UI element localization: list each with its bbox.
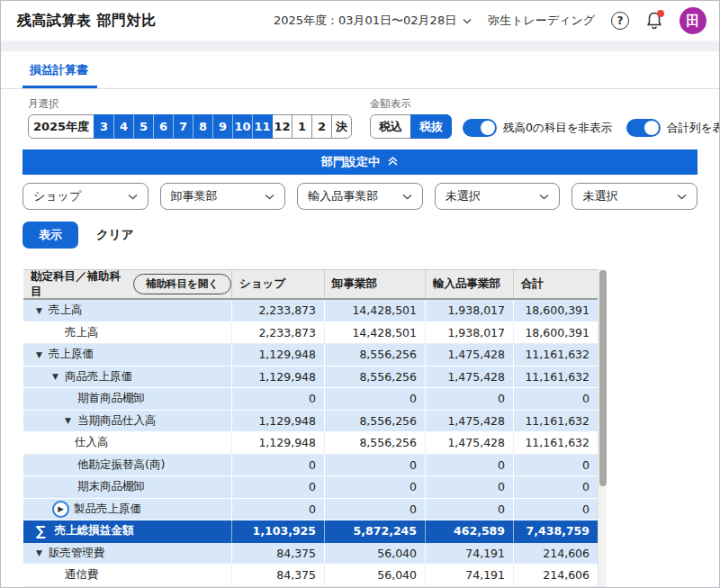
top-bar: 残高試算表 部門対比 2025年度：03月01日〜02月28日 弥生トレーディン… [1,1,719,41]
notification-dot [657,10,664,17]
month-button[interactable]: 8 [193,114,213,139]
column-header-import: 輸入品事業部 [426,270,514,298]
account-label: 販売管理費 [49,546,105,561]
amount-cell: 0 [514,499,598,521]
show-total-column-toggle[interactable]: 合計列を表示 [626,119,720,137]
company-name: 弥生トレーディング [488,13,595,29]
amount-cell: 462,589 [426,520,514,543]
filter-controls: 月選択 2025年度 345678910111212決 金額表示 税込 税抜 残… [1,89,719,139]
chevron-down-icon [128,194,138,200]
month-button[interactable]: 4 [113,114,134,139]
table-row[interactable]: ▼売上高2,233,87314,428,5011,938,01718,600,3… [23,300,598,322]
tab-profit-loss[interactable]: 損益計算書 [22,51,97,88]
amount-cell: 1,938,017 [426,300,514,322]
toggle-switch-icon[interactable] [626,119,661,137]
table-row[interactable]: ∑売上総損益金額1,103,9255,872,245462,5897,438,7… [23,520,598,543]
collapse-triangle-icon[interactable]: ▼ [52,372,58,381]
table-row[interactable]: 他勘定振替高(商)0000 [23,455,598,477]
hide-zero-balance-toggle[interactable]: 残高0の科目を非表示 [463,119,612,137]
amount-cell: 14,428,501 [325,322,426,345]
account-column-header: 勘定科目／補助科目 補助科目を開く [23,270,232,298]
amount-cell: 0 [514,476,598,499]
fiscal-period-selector[interactable]: 2025年度：03月01日〜02月28日 [274,13,472,29]
account-label: 売上総損益金額 [55,523,134,538]
vertical-scrollbar[interactable] [598,269,607,588]
chevron-down-icon [265,194,274,200]
clear-button[interactable]: クリア [96,227,133,243]
amount-cell: 214,606 [514,565,598,587]
table-row[interactable]: 期首商品棚卸0000 [23,388,598,411]
amount-cell: 0 [232,455,325,477]
amount-cell: 1,129,948 [232,366,325,389]
month-select-block: 月選択 2025年度 345678910111212決 [28,97,352,139]
month-button[interactable]: 11 [252,114,273,139]
amount-cell: 8,556,256 [325,344,426,366]
amount-cell: 74,191 [426,543,514,565]
month-button[interactable]: 9 [212,114,233,139]
amount-cell: 0 [426,388,514,411]
month-button[interactable]: 6 [153,114,174,139]
amount-cell: 214,606 [514,543,598,565]
account-label: 売上高 [65,325,99,340]
amount-cell: 8,556,256 [325,411,426,433]
amount-cell: 0 [325,476,426,499]
collapse-triangle-icon[interactable]: ▼ [36,350,42,359]
help-icon[interactable]: ? [611,12,629,30]
avatar[interactable]: 田 [680,7,706,34]
collapse-triangle-icon[interactable]: ▼ [36,548,42,557]
table-row[interactable]: ▶製品売上原価0000 [23,499,598,521]
table-row[interactable]: ▼販売管理費84,37556,04074,191214,606 [23,543,598,565]
table-body: ▼売上高2,233,87314,428,5011,938,01718,600,3… [23,300,598,587]
department-select-5[interactable]: 未選択 [572,183,698,210]
department-select-2[interactable]: 卸事業部 [160,183,286,210]
tabs-row: 損益計算書 [1,51,719,89]
account-label: 売上原価 [49,347,94,362]
chevron-down-icon [402,194,412,200]
department-select-3[interactable]: 輸入品事業部 [297,183,423,210]
table-row[interactable]: 売上高2,233,87314,428,5011,938,01718,600,39… [23,322,598,345]
collapse-triangle-icon[interactable]: ▼ [36,306,42,315]
amount-cell: 1,475,428 [426,344,514,366]
open-sub-accounts-button[interactable]: 補助科目を開く [133,274,231,294]
table-row[interactable]: 仕入高1,129,9488,556,2561,475,42811,161,632 [23,432,598,455]
month-button[interactable]: 3 [94,114,114,139]
month-button[interactable]: 7 [173,114,194,139]
table-row[interactable]: ▼商品売上原価1,129,9488,556,2561,475,42811,161… [23,366,598,389]
amount-cell: 11,161,632 [514,432,598,455]
expand-triangle-focused-icon[interactable]: ▶ [52,501,69,518]
collapse-double-chevron-up-icon [387,156,399,169]
collapse-triangle-icon[interactable]: ▼ [65,416,71,425]
amount-cell: 18,600,391 [514,322,598,345]
department-select-1[interactable]: ショップ [22,183,148,210]
amount-cell: 14,428,501 [325,300,426,322]
amount-cell: 1,129,948 [232,411,325,433]
month-button[interactable]: 10 [232,114,253,139]
page-band [1,41,719,51]
month-button[interactable]: 5 [133,114,154,139]
month-button[interactable]: 12 [272,114,292,139]
table-row[interactable]: 期末商品棚卸0000 [23,476,598,499]
amount-cell: 0 [232,476,325,499]
account-label: 売上高 [49,303,83,318]
table-row[interactable]: 通信費84,37556,04074,191214,606 [23,565,598,587]
toggle-group: 残高0の科目を非表示 合計列を表示 [463,119,720,137]
tax-included-button[interactable]: 税込 [370,114,411,139]
amount-cell: 2,233,873 [232,322,325,345]
month-button[interactable]: 決 [331,114,352,139]
table-row[interactable]: ▼売上原価1,129,9488,556,2561,475,42811,161,6… [23,344,598,366]
department-settings-bar[interactable]: 部門設定中 [22,149,698,175]
amount-cell: 2,233,873 [232,300,325,322]
amount-cell: 1,938,017 [426,322,514,345]
fiscal-year-button[interactable]: 2025年度 [28,114,94,139]
table-row[interactable]: ▼当期商品仕入高1,129,9488,556,2561,475,42811,16… [23,411,598,433]
tax-excluded-button[interactable]: 税抜 [410,114,452,139]
scrollbar-thumb[interactable] [599,270,607,486]
month-button[interactable]: 2 [311,114,332,139]
department-select-4[interactable]: 未選択 [435,183,561,210]
toggle-switch-icon[interactable] [463,119,497,137]
amount-cell: 1,103,925 [232,520,325,543]
notification-bell-icon[interactable] [645,11,663,31]
show-button[interactable]: 表示 [22,222,78,249]
month-button[interactable]: 1 [292,114,312,139]
account-label: 商品売上原価 [65,369,132,384]
